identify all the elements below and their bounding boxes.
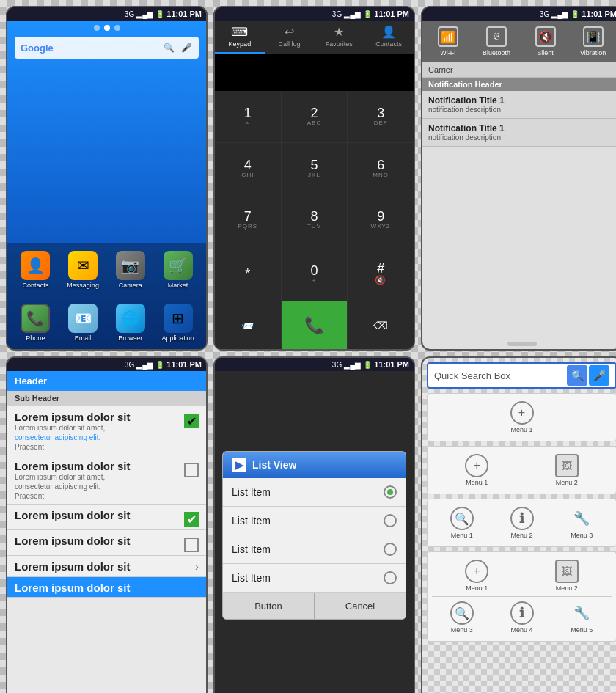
tab-keypad[interactable]: ⌨ Keypad xyxy=(215,21,265,54)
app-email[interactable]: 📧 Email xyxy=(61,301,106,345)
menu-item-4-2[interactable]: 🖼 Menu 2 xyxy=(522,557,612,595)
quick-silent[interactable]: 🔇 Silent xyxy=(535,26,556,56)
list-entry-4[interactable]: Lorem ipsum dolor sit xyxy=(7,530,206,556)
list-entry-4-check[interactable] xyxy=(184,538,199,552)
list-entry-2-content: Lorem ipsum dolor sit Lorem ipsum dolor … xyxy=(15,460,181,501)
menu-label-2-2: Menu 2 xyxy=(556,479,578,486)
list-screen-header: Header xyxy=(7,371,206,391)
key-4[interactable]: 4GHI xyxy=(215,143,281,194)
list-entry-2[interactable]: Lorem ipsum dolor sit Lorem ipsum dolor … xyxy=(7,455,206,505)
list-entry-3-content: Lorem ipsum dolor sit xyxy=(15,509,181,521)
menu-item-4-3[interactable]: 🔍 Menu 3 xyxy=(432,598,492,637)
list-entry-1[interactable]: Lorem ipsum dolor sit Lorem ipsum dolor … xyxy=(7,406,206,455)
key-voicemail[interactable]: 📨 xyxy=(215,301,281,349)
key-hash[interactable]: #🔇 xyxy=(348,246,414,301)
tab-contacts[interactable]: 👤 Contacts xyxy=(364,21,414,54)
app-phone[interactable]: 📞 Phone xyxy=(13,301,58,345)
notification-1[interactable]: Notification Title 1 notification descri… xyxy=(422,91,616,119)
dialog-list-item-1[interactable]: List Item xyxy=(223,478,406,507)
list-entry-2-check[interactable] xyxy=(184,463,199,477)
tool-icon-4: 🔧 xyxy=(570,601,593,625)
menu-label-4-4: Menu 4 xyxy=(510,626,532,634)
app-browser[interactable]: 🌐 Browser xyxy=(109,301,153,345)
app-contacts[interactable]: 👤 Contacts xyxy=(13,248,58,292)
list-entry-5[interactable]: Lorem ipsum dolor sit › xyxy=(7,556,206,577)
tab-calllog[interactable]: ↩ Call log xyxy=(265,21,315,54)
key-star[interactable]: * xyxy=(215,246,281,301)
homescreen: Google 🔍 🎤 👤 Contacts ✉ Messaging 📷 xyxy=(7,21,206,349)
menu-section-2: + Menu 1 🖼 Menu 2 xyxy=(427,446,616,494)
app-application[interactable]: ⊞ Application xyxy=(155,301,200,345)
search-widget-search-icon[interactable]: 🔍 xyxy=(567,365,587,386)
list-entry-6[interactable]: Lorem ipsum dolor sit xyxy=(7,577,206,598)
menu-item-4-4[interactable]: ℹ Menu 4 xyxy=(492,598,552,637)
key-8[interactable]: 8TUV xyxy=(282,194,348,246)
menu-label-4-1: Menu 1 xyxy=(466,584,488,592)
dialog-list-item-3[interactable]: List Item xyxy=(223,535,406,564)
quick-search-widget[interactable]: Quick Search Box 🔍 🎤 xyxy=(427,362,616,389)
dialog-screen: ▶ List View List Item List Item List Ite… xyxy=(215,371,414,693)
menu-item-3-2[interactable]: ℹ Menu 2 xyxy=(492,504,552,542)
dialog-item-2-radio[interactable] xyxy=(384,514,397,527)
app-messaging[interactable]: ✉ Messaging xyxy=(61,248,106,292)
statusbar-phone4: 3G ▂▄▆ 🔋 11:01 PM xyxy=(7,358,206,371)
menu-item-4-1[interactable]: + Menu 1 xyxy=(432,557,522,595)
network-5: 3G xyxy=(332,361,342,369)
menu-item-3-3[interactable]: 🔧 Menu 3 xyxy=(551,504,612,542)
dialog-item-3-radio[interactable] xyxy=(384,543,397,556)
dialog-list-item-4[interactable]: List Item xyxy=(223,564,406,593)
quick-bluetooth[interactable]: 𝔅 Bluetooth xyxy=(483,26,510,56)
app-market[interactable]: 🛒 Market xyxy=(155,248,200,292)
key-6[interactable]: 6MNO xyxy=(348,143,414,194)
tab-favorites[interactable]: ★ Favorites xyxy=(315,21,364,54)
key-0[interactable]: 0+ xyxy=(282,246,348,301)
dial-display xyxy=(215,54,414,91)
search-widget-mic-icon[interactable]: 🎤 xyxy=(589,365,609,386)
key-3[interactable]: 3DEF xyxy=(348,91,414,142)
key-5[interactable]: 5JKL xyxy=(282,143,348,194)
dialog-ok-button[interactable]: Button xyxy=(223,593,315,619)
key-1[interactable]: 1∞ xyxy=(215,91,281,142)
app-camera[interactable]: 📷 Camera xyxy=(109,248,153,292)
signal-3: ▂▄▆ xyxy=(551,10,568,18)
dialog-list-item-2[interactable]: List Item xyxy=(223,507,406,535)
key-2[interactable]: 2ABC xyxy=(282,91,348,142)
menu-item-2-1[interactable]: + Menu 1 xyxy=(432,451,522,489)
menu-item-1-1[interactable]: + Menu 1 xyxy=(432,398,612,436)
vibration-icon: 📳 xyxy=(583,26,604,47)
list-entry-3[interactable]: Lorem ipsum dolor sit ✔ xyxy=(7,505,206,530)
menu-item-4-5[interactable]: 🔧 Menu 5 xyxy=(551,598,612,637)
key-7[interactable]: 7PQRS xyxy=(215,194,281,246)
signal-5: ▂▄▆ xyxy=(344,361,361,369)
menu-item-3-1[interactable]: 🔍 Menu 1 xyxy=(432,504,492,542)
menu-label-3-1: Menu 1 xyxy=(451,532,473,539)
menu-item-2-2[interactable]: 🖼 Menu 2 xyxy=(522,451,612,489)
wifi-label: Wi-Fi xyxy=(440,49,455,56)
key-delete[interactable]: ⌫ xyxy=(348,301,414,349)
silent-label: Silent xyxy=(537,49,554,56)
time-4: 11:01 PM xyxy=(166,360,202,369)
google-search-bar[interactable]: Google 🔍 🎤 xyxy=(15,37,199,59)
battery-icon: 🔋 xyxy=(155,10,164,18)
list-entry-3-check[interactable]: ✔ xyxy=(184,512,199,527)
list-entry-1-check[interactable]: ✔ xyxy=(184,414,199,428)
dialog-item-4-radio[interactable] xyxy=(384,571,397,584)
notification-2[interactable]: Notification Title 1 notification descri… xyxy=(422,119,616,147)
mic-icon[interactable]: 🎤 xyxy=(180,41,193,54)
contacts-label: Contacts xyxy=(23,282,49,289)
dialog-item-3-label: List Item xyxy=(232,543,271,555)
notif-desc-2: notification description xyxy=(428,133,615,142)
search-icon[interactable]: 🔍 xyxy=(162,41,175,54)
browser-label: Browser xyxy=(118,334,142,342)
dialog-item-1-label: List Item xyxy=(232,486,271,498)
phone-icon: 📞 xyxy=(21,304,50,333)
dot-3 xyxy=(114,25,120,31)
dialog-item-1-radio[interactable] xyxy=(384,485,397,499)
favorites-tab-label: Favorites xyxy=(326,40,353,48)
quick-vibration[interactable]: 📳 Vibration xyxy=(580,26,606,56)
key-call[interactable]: 📞 xyxy=(282,301,348,349)
key-9[interactable]: 9WXYZ xyxy=(348,194,414,246)
statusbar-phone5: 3G ▂▄▆ 🔋 11:01 PM xyxy=(215,358,414,371)
dialog-cancel-button[interactable]: Cancel xyxy=(315,593,406,619)
quick-wifi[interactable]: 📶 Wi-Fi xyxy=(438,26,458,56)
